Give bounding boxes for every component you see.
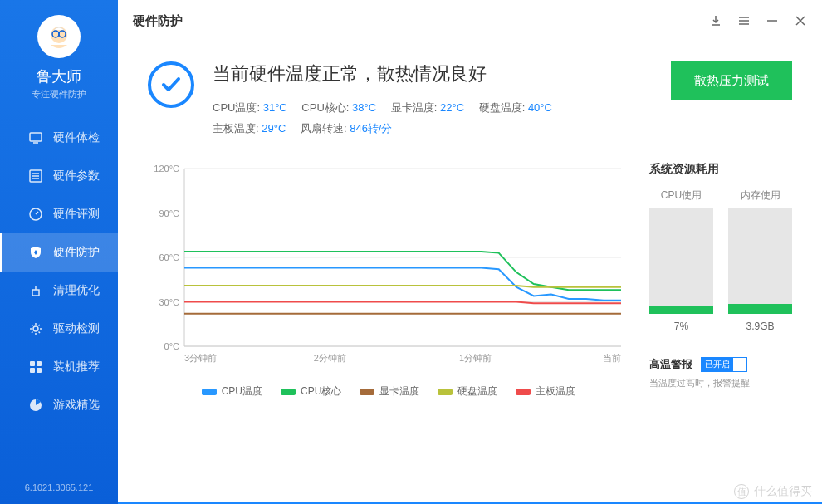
metric-value: 31°C xyxy=(263,101,287,114)
menu-icon[interactable] xyxy=(737,14,751,27)
cpu-usage-value: 7% xyxy=(649,321,713,332)
nav-item-hardware-check[interactable]: 硬件体检 xyxy=(0,119,118,157)
nav-label: 硬件评测 xyxy=(53,207,100,222)
nav-label: 游戏精选 xyxy=(53,398,100,413)
toggle-on-text: 已开启 xyxy=(702,358,733,371)
nav-item-benchmark[interactable]: 硬件评测 xyxy=(0,195,118,233)
svg-rect-11 xyxy=(32,290,39,296)
metric-value: 40°C xyxy=(528,101,552,114)
shield-icon xyxy=(28,245,43,260)
metric-label: CPU核心: xyxy=(301,101,349,114)
legend-swatch xyxy=(438,389,453,395)
metric-label: 主板温度: xyxy=(213,122,259,135)
nav-item-protection[interactable]: 硬件防护 xyxy=(0,233,118,272)
nav-item-drivers[interactable]: 驱动检测 xyxy=(0,310,118,348)
chart-legend: CPU温度CPU核心显卡温度硬盘温度主板温度 xyxy=(148,384,629,399)
svg-text:120°C: 120°C xyxy=(154,164,179,174)
svg-rect-15 xyxy=(37,361,42,366)
legend-item: 显卡温度 xyxy=(360,384,419,399)
legend-swatch xyxy=(202,389,217,395)
metric-value: 846转/分 xyxy=(350,122,392,135)
sidebar: 鲁大师 专注硬件防护 硬件体检 硬件参数 硬件评测 硬件防护 清理优化 驱动检测… xyxy=(0,0,118,504)
svg-rect-14 xyxy=(30,361,35,366)
legend-item: 主板温度 xyxy=(516,384,575,399)
svg-line-10 xyxy=(36,212,38,214)
svg-text:0°C: 0°C xyxy=(164,341,180,351)
monitor-icon xyxy=(28,130,43,145)
status-title: 当前硬件温度正常，散热情况良好 xyxy=(213,61,671,86)
watermark-text: 什么值得买 xyxy=(754,484,812,499)
nav-item-hardware-params[interactable]: 硬件参数 xyxy=(0,157,118,195)
legend-label: CPU温度 xyxy=(222,384,262,399)
titlebar: 硬件防护 xyxy=(118,0,822,42)
mem-usage-bar: 内存使用 3.9GB xyxy=(728,188,792,332)
legend-swatch xyxy=(360,389,374,395)
legend-label: 硬盘温度 xyxy=(457,384,497,399)
svg-text:90°C: 90°C xyxy=(159,208,179,218)
svg-text:当前: 当前 xyxy=(603,353,621,363)
svg-text:1分钟前: 1分钟前 xyxy=(459,353,492,363)
metric-label: CPU温度: xyxy=(213,101,260,114)
cpu-usage-label: CPU使用 xyxy=(649,188,713,203)
legend-item: CPU温度 xyxy=(202,384,262,399)
metric-value: 29°C xyxy=(262,122,286,135)
temperature-chart: 0°C30°C60°C90°C120°C3分钟前2分钟前1分钟前当前 CPU温度… xyxy=(148,162,629,399)
legend-item: 硬盘温度 xyxy=(438,384,497,399)
status-check-icon xyxy=(148,61,194,108)
svg-rect-3 xyxy=(30,133,42,141)
legend-label: CPU核心 xyxy=(301,384,341,399)
download-icon[interactable] xyxy=(709,14,722,27)
metric-value: 22°C xyxy=(440,101,464,114)
svg-text:2分钟前: 2分钟前 xyxy=(314,353,346,363)
legend-swatch xyxy=(281,389,296,395)
list-icon xyxy=(28,169,43,183)
legend-item: CPU核心 xyxy=(281,384,341,399)
svg-rect-16 xyxy=(30,368,35,373)
page-title: 硬件防护 xyxy=(133,13,183,29)
legend-label: 主板温度 xyxy=(536,384,575,399)
watermark: 值 什么值得买 xyxy=(734,484,812,499)
version-label: 6.1021.3065.121 xyxy=(25,482,94,492)
nav-label: 清理优化 xyxy=(53,283,100,298)
status-metrics: CPU温度: 31°C CPU核心: 38°C 显卡温度: 22°C 硬盘温度:… xyxy=(213,98,671,139)
close-icon[interactable] xyxy=(794,14,807,27)
app-tagline: 专注硬件防护 xyxy=(32,88,86,100)
broom-icon xyxy=(28,283,43,298)
minimize-icon[interactable] xyxy=(766,14,779,27)
svg-point-13 xyxy=(33,326,38,331)
nav-label: 装机推荐 xyxy=(53,360,100,374)
metric-value: 38°C xyxy=(352,101,376,114)
alarm-label: 高温警报 xyxy=(649,357,692,372)
svg-text:3分钟前: 3分钟前 xyxy=(184,353,217,363)
app-avatar xyxy=(37,15,81,58)
metric-label: 显卡温度: xyxy=(391,101,438,114)
stress-test-button[interactable]: 散热压力测试 xyxy=(671,61,792,100)
svg-text:30°C: 30°C xyxy=(159,297,179,307)
app-name: 鲁大师 xyxy=(37,66,81,86)
resources-title: 系统资源耗用 xyxy=(649,162,792,177)
nav-list: 硬件体检 硬件参数 硬件评测 硬件防护 清理优化 驱动检测 装机推荐 游戏精选 xyxy=(0,119,118,424)
grid-icon xyxy=(28,360,43,374)
nav-item-games[interactable]: 游戏精选 xyxy=(0,386,118,424)
nav-label: 硬件防护 xyxy=(53,245,100,260)
nav-label: 硬件参数 xyxy=(53,169,100,183)
watermark-icon: 值 xyxy=(734,484,749,499)
alarm-toggle[interactable]: 已开启 xyxy=(701,357,747,372)
gear-icon xyxy=(28,321,43,336)
metric-label: 硬盘温度: xyxy=(479,101,526,114)
nav-label: 驱动检测 xyxy=(53,321,100,336)
nav-item-build[interactable]: 装机推荐 xyxy=(0,348,118,386)
alarm-description: 当温度过高时，报警提醒 xyxy=(649,377,792,389)
mem-usage-label: 内存使用 xyxy=(728,188,792,203)
main-panel: 硬件防护 当前硬件温度正常，散热情况良好 CPU温度: 31°C CPU核心: … xyxy=(118,0,822,504)
cpu-usage-bar: CPU使用 7% xyxy=(649,188,713,332)
legend-label: 显卡温度 xyxy=(379,384,419,399)
game-icon xyxy=(28,398,43,413)
gauge-icon xyxy=(28,207,43,222)
mem-usage-value: 3.9GB xyxy=(728,321,792,332)
nav-item-cleanup[interactable]: 清理优化 xyxy=(0,272,118,310)
nav-label: 硬件体检 xyxy=(53,130,100,145)
svg-rect-17 xyxy=(37,368,42,373)
metric-label: 风扇转速: xyxy=(301,122,347,135)
legend-swatch xyxy=(516,389,531,395)
